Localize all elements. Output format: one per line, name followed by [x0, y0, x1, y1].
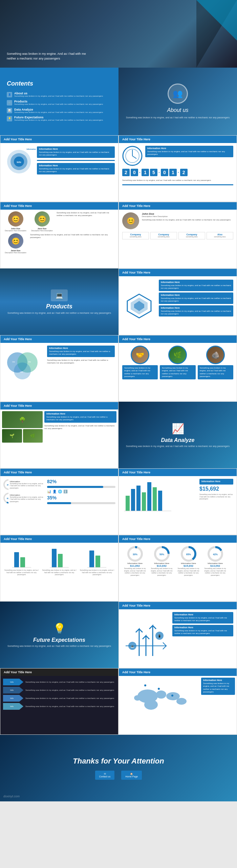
svg-point-58 — [144, 700, 158, 710]
hex-body: Information Here Something was broken in… — [119, 276, 237, 335]
slide-photo-circles: Add Your Title Here 🤝 Something was brok… — [118, 335, 237, 402]
svg-rect-29 — [158, 491, 162, 511]
data-desc: Something was broken in my engine, and a… — [14, 111, 112, 114]
num-0: 0 — [131, 169, 138, 176]
person-1: 😊 John Doe Description Here Description — [4, 211, 27, 232]
nature-info-box: Information Here Something was broken in… — [44, 411, 116, 423]
stat-box: Information Here $15,692 Something was b… — [199, 479, 233, 532]
info-box-1: Information Here Something was broken in… — [37, 146, 115, 158]
pie-amount-2: $13,692 — [157, 564, 167, 567]
arrow-desc-3: Something was broken in my engine, and a… — [25, 697, 114, 699]
col-label-1: Something was broken in my engine, and a… — [4, 569, 39, 576]
col-group-2: Something was broken in my engine, and a… — [41, 545, 77, 599]
info-box-text-1: Something was broken in my engine, and a… — [39, 151, 113, 157]
venn-svg: Info Info Info — [4, 346, 44, 386]
bar-chart-title: Add Your Title Here — [122, 471, 150, 474]
svg-rect-24 — [131, 489, 135, 511]
divider-bar — [122, 184, 233, 185]
svg-point-61 — [134, 695, 141, 701]
svg-rect-27 — [147, 482, 151, 511]
dot-1: · — [139, 170, 141, 175]
laptop-icon: 💻 — [51, 289, 68, 301]
team-title-bar: Add Your Title Here — [0, 202, 118, 210]
thanks-title: Thanks for Your Attention — [73, 757, 164, 766]
photo-info-1: Something was broken in my engine, and a… — [122, 365, 158, 379]
future-title: Future Expectations — [33, 637, 85, 643]
stat-label-1: Company — [124, 233, 148, 236]
pie-svg-1: 30% — [127, 545, 144, 562]
col-group-1: Something was broken in my engine, and a… — [4, 545, 39, 599]
roadmap-info-2: Information Here Something was broken in… — [172, 625, 233, 636]
hex-info-text-2: Something was broken in my engine, and a… — [161, 297, 231, 303]
photo-circle-2: 🌿 — [168, 346, 187, 364]
timer-desc: Something was broken in my engine, and a… — [122, 179, 233, 182]
globe-sm-icon: 🌐 — [58, 490, 62, 493]
donuts-body: 30% Information Here $11,892 Something w… — [119, 543, 237, 601]
info-sm-icon: ℹ️ — [63, 490, 67, 493]
stat-val-1: something desc — [124, 236, 148, 238]
progress-title-bar: Add Your Title Here — [0, 469, 118, 476]
hex-info-3: Information Here Something was broken in… — [159, 305, 233, 317]
arrows-title-bar: Add Your Title Here — [0, 668, 118, 676]
hex-title: Add Your Title Here — [122, 271, 150, 274]
svg-rect-26 — [142, 492, 146, 511]
products-label: Products — [14, 100, 112, 103]
nature-desc: Something was broken in my engine, and a… — [44, 424, 116, 430]
slide-donut-pies: Add Your Title Here 30% Information Here… — [118, 535, 237, 602]
slide-title-bar: Add Your Title Here — [0, 136, 118, 143]
slide-title-2: Add Your Title Here — [122, 138, 150, 141]
products-icon: 🛒 — [7, 100, 12, 105]
stats-row: Company something desc Company something… — [122, 232, 233, 239]
stat-val-4: something desc — [208, 236, 232, 238]
info-box-title-2: Information Here — [39, 164, 113, 167]
contact-label-2: Home Page — [125, 775, 138, 778]
contact-label-1: Contact us — [99, 775, 110, 778]
donut-area: 35% Information Something was broken in … — [3, 479, 44, 532]
bubble-info-box: Information Here Something was broken in… — [47, 346, 115, 357]
pie-desc-3: Something was broken in my engine, and a… — [176, 567, 201, 576]
donut-row-2: 82% Information Something was broken in … — [3, 492, 44, 504]
donut-desc-2: Something was broken in my engine, and a… — [10, 496, 44, 503]
svg-text:Info: Info — [12, 361, 15, 363]
donut-pie-1: 30% Information Here $11,892 Something w… — [122, 545, 148, 599]
main-person-name: John Doe — [142, 212, 231, 215]
photo-circles-bar: Add Your Title Here — [119, 335, 237, 343]
roadmap-info-title-2: Information Here — [174, 626, 231, 629]
big-percent-1: 82% — [47, 479, 115, 484]
contents-item-future: 💡 Future Expectations Something was brok… — [7, 116, 112, 122]
arrow-shape-3: Info — [3, 695, 23, 702]
info-box-text-2: Something was broken in my engine, and a… — [39, 167, 113, 173]
about-desc: Something was broken in my engine, and a… — [14, 95, 112, 98]
pie-svg-4: 42% — [207, 545, 224, 562]
photo-circle-1: 🤝 — [131, 346, 149, 364]
num-2b: 2 — [180, 169, 188, 176]
photo-1: 😊 — [8, 211, 23, 227]
slide-timer: Add Your Title Here Information Here — [118, 135, 237, 202]
photo-info-text-2: Something was broken in my engine, and a… — [162, 367, 193, 378]
person-3: 😊 Janet Doe Description Here Description — [4, 233, 27, 254]
stat-2: Company something desc — [150, 232, 177, 239]
data-analyze-subtitle: Something was broken in my engine, and a… — [126, 445, 230, 447]
photo-3: 😊 — [8, 233, 23, 249]
about-label: About us — [14, 92, 112, 95]
svg-text:Info: Info — [28, 361, 31, 363]
main-person-role: Description Here Description — [142, 215, 231, 217]
data-analyze-title: Data Analyze — [161, 437, 195, 443]
timer-info: Information Here Something was broken in… — [145, 146, 233, 157]
arrows-title: Add Your Title Here — [4, 671, 32, 674]
pie-amount-1: $11,892 — [130, 564, 140, 567]
roadmap-info-title-1: Information Here — [174, 613, 231, 616]
about-title: About us — [167, 107, 188, 113]
map-info-text: Something was broken in my engine, and a… — [203, 682, 233, 694]
info-desc-2: Something was broken in my engine, and a… — [30, 233, 115, 239]
roadmap-body: 💻 📱 Information Here Something was broke… — [119, 609, 237, 668]
info-box-title-1: Information Here — [39, 148, 113, 150]
map-body: Information Here Something was broken in… — [119, 676, 237, 734]
info-boxes: Information Here Something was broken in… — [37, 146, 115, 174]
columns-title: Add Your Title Here — [4, 537, 32, 541]
bubble-info-title: Information Here — [49, 347, 113, 349]
photo-c-3: 🪨 Something was broken in my engine, and… — [198, 346, 233, 379]
user-sm-icon: 👤 — [52, 490, 57, 493]
map-title: Add Your Title Here — [122, 671, 150, 674]
bar-chart-area — [122, 479, 197, 532]
